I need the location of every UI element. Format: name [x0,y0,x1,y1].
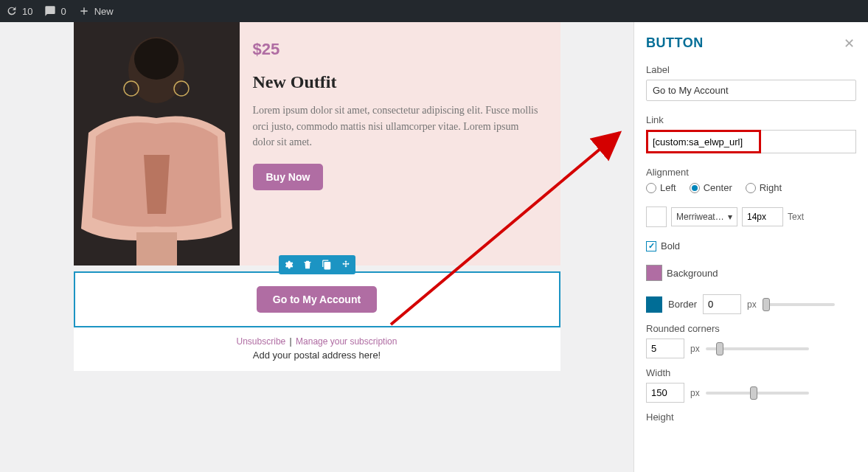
comments-count: 0 [60,6,66,17]
align-left-radio[interactable]: Left [646,182,676,193]
refresh-icon [6,5,18,17]
label-field-label: Label [646,64,856,75]
svg-point-2 [134,38,178,80]
comment-icon [44,5,56,17]
link-field-label: Link [646,114,856,125]
product-section: $25 New Outfit Lorem ipsum dolor sit ame… [74,22,560,266]
product-price: $25 [253,40,541,59]
product-text: $25 New Outfit Lorem ipsum dolor sit ame… [240,22,560,266]
admin-topbar: 10 0 New [0,0,868,22]
text-label: Text [788,212,804,222]
rounded-slider[interactable] [706,347,809,350]
bold-checkbox-row[interactable]: Bold [646,240,856,251]
width-unit-label: px [690,388,700,398]
border-label: Border [668,299,697,310]
sidebar-title: BUTTON [646,35,856,51]
footer-links: Unsubscribe | Manage your subscription [74,327,560,350]
postal-address: Add your postal address here! [74,350,560,371]
rounded-label: Rounded corners [646,323,856,334]
refresh-count: 10 [22,6,32,17]
comments-item[interactable]: 0 [44,5,66,17]
font-family-value: Merriweat… [676,212,724,222]
align-right-radio[interactable]: Right [746,182,782,193]
product-description: Lorem ipsum dolor sit amet, consectetur … [253,103,541,150]
move-icon[interactable] [336,255,355,274]
align-center-label: Center [704,182,732,193]
border-input[interactable] [703,294,741,314]
button-row-inner: Go to My Account [74,271,560,327]
height-label: Height [646,412,856,423]
manage-subscription-link[interactable]: Manage your subscription [296,336,397,347]
alignment-label: Alignment [646,167,856,178]
account-button[interactable]: Go to My Account [257,286,377,313]
border-slider[interactable] [763,303,835,306]
product-image [74,22,240,266]
radio-icon [690,183,700,193]
border-unit-label: px [747,299,757,310]
link-input[interactable] [646,130,761,153]
width-slider[interactable] [706,392,809,395]
new-item[interactable]: New [78,5,114,17]
email-block: $25 New Outfit Lorem ipsum dolor sit ame… [74,22,560,266]
close-icon[interactable]: ✕ [844,35,855,52]
link-input-extension[interactable] [761,130,856,153]
border-color-swatch[interactable] [646,296,662,313]
label-input[interactable] [646,80,856,101]
align-center-radio[interactable]: Center [690,182,732,193]
checkbox-icon [646,241,656,251]
width-label: Width [646,367,856,378]
settings-sidebar: BUTTON ✕ Label Link Alignment Left [633,22,868,472]
text-color-swatch[interactable] [646,206,667,227]
refresh-item[interactable]: 10 [6,5,32,17]
width-input[interactable] [646,383,684,403]
chevron-down-icon: ▾ [728,212,732,222]
font-family-select[interactable]: Merriweat… ▾ [671,207,737,226]
unsubscribe-link[interactable]: Unsubscribe [237,336,286,347]
settings-icon[interactable] [279,255,298,274]
radio-icon [746,183,756,193]
background-color-swatch[interactable] [646,265,662,281]
background-label: Background [667,268,718,279]
rounded-unit-label: px [690,344,700,354]
svg-rect-5 [136,232,177,266]
bold-label: Bold [661,240,680,251]
radio-icon [646,183,656,193]
footer-separator: | [290,336,292,347]
block-toolbar [279,255,355,274]
align-left-label: Left [660,182,676,193]
rounded-input[interactable] [646,339,684,358]
button-row-selected[interactable]: Go to My Account [74,271,560,327]
buy-button[interactable]: Buy Now [253,164,324,190]
align-right-label: Right [760,182,782,193]
plus-icon [78,5,90,17]
canvas-area: $25 New Outfit Lorem ipsum dolor sit ame… [0,22,633,472]
product-title: New Outfit [253,72,541,92]
font-size-input[interactable] [742,207,783,226]
new-label: New [94,6,114,17]
clone-icon[interactable] [317,255,336,274]
trash-icon[interactable] [298,255,317,274]
email-footer: Unsubscribe | Manage your subscription A… [74,327,560,371]
